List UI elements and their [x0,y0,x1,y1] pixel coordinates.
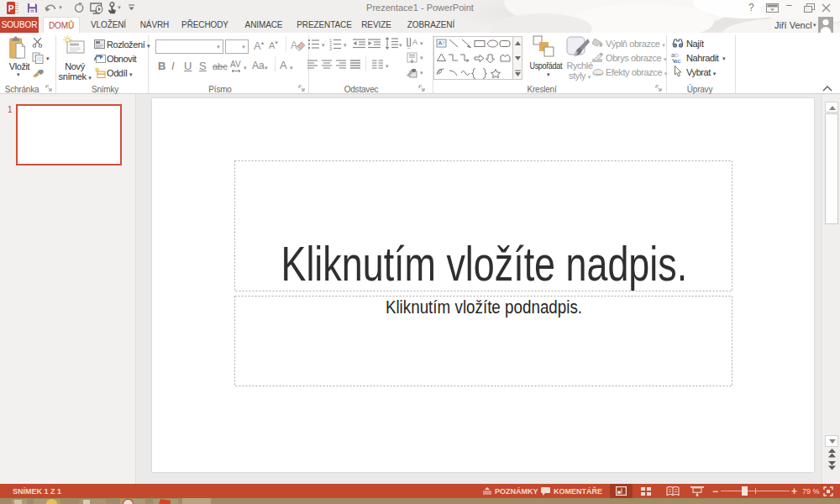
svg-text:3: 3 [329,46,332,50]
svg-text:ac: ac [674,57,680,63]
svg-text:A: A [412,38,417,46]
svg-text:P: P [8,4,14,13]
svg-text:A: A [291,39,297,51]
